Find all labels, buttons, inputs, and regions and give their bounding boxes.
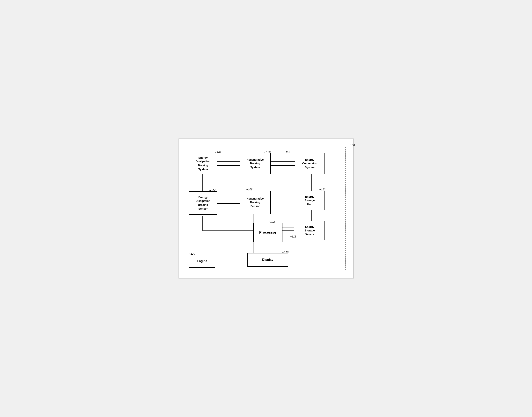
processor-block: Processor [253, 223, 282, 242]
ess-block: EnergyStorageSensor [295, 221, 325, 240]
processor-label: Processor [259, 230, 276, 235]
rbs-label: RegenerativeBrakingSystem [247, 158, 264, 169]
ecs-label: EnergyConversionSystem [302, 158, 317, 169]
display-block: Display [247, 253, 288, 267]
ess-label: EnergyStorageSensor [305, 225, 315, 237]
edbs-label: EnergyDissipationBrakingSystem [196, 156, 210, 171]
ref-102: ⌐102 [215, 151, 221, 154]
ref-112: ⌐112 [319, 188, 326, 191]
outer-boundary: 100 [187, 147, 346, 270]
esu-label: EnergyStorageUnit [305, 195, 315, 206]
ref-104: ⌐104 [209, 189, 216, 192]
ref-118: ⌐118 [290, 235, 296, 238]
edbs-sensor-label: EnergyDissipationBrakingSensor [196, 196, 210, 211]
ref-120: ⌐120 [189, 252, 195, 255]
diagram-page: 100 [178, 138, 354, 279]
rbs-block: RegenerativeBrakingSystem [240, 153, 271, 174]
edbs-sensor-block: EnergyDissipationBrakingSensor [189, 191, 217, 215]
engine-block: Engine [189, 255, 215, 268]
ecs-block: EnergyConversionSystem [295, 153, 325, 174]
ref-122: ⌐122 [269, 220, 275, 223]
rbs-sensor-block: RegenerativeBrakingSensor [240, 191, 271, 214]
ref-100: 100 [350, 144, 355, 147]
display-label: Display [262, 258, 273, 262]
ref-110: ⌐110 [284, 151, 290, 154]
engine-label: Engine [197, 259, 207, 263]
ref-106: ⌐106 [265, 151, 271, 154]
rbs-sensor-label: RegenerativeBrakingSensor [247, 197, 264, 208]
ref-108: ⌐108 [246, 188, 253, 191]
edbs-block: EnergyDissipationBrakingSystem [189, 153, 217, 174]
esu-block: EnergyStorageUnit [295, 191, 325, 210]
ref-116: ⌐116 [282, 251, 289, 254]
